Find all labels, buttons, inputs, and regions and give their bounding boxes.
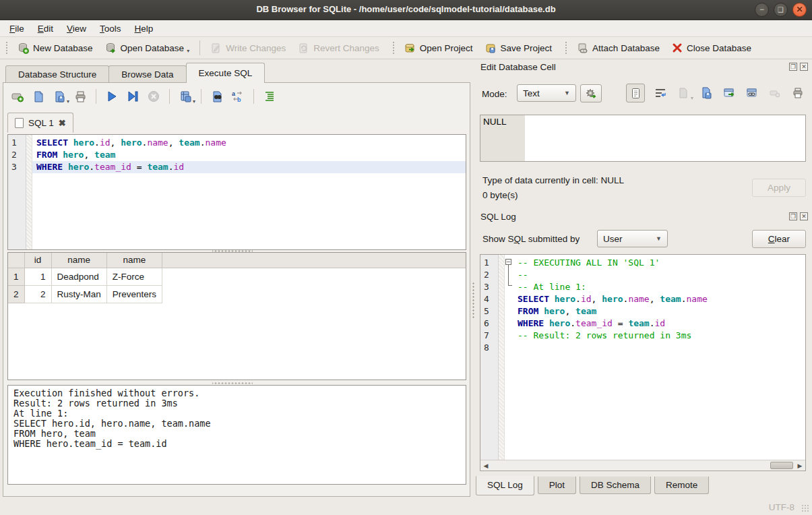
cell-id[interactable]: 1 bbox=[24, 268, 51, 285]
close-panel-icon[interactable]: ✕ bbox=[800, 63, 808, 71]
find-replace-icon[interactable]: ab bbox=[230, 89, 245, 104]
save-sql-dropdown-icon[interactable]: ▾ bbox=[67, 98, 69, 104]
format-sql-icon[interactable] bbox=[262, 89, 277, 104]
fold-collapse-icon[interactable]: – bbox=[505, 259, 511, 265]
log-code[interactable]: -- EXECUTING ALL IN 'SQL 1'---- At line … bbox=[513, 255, 805, 460]
link-icon[interactable] bbox=[745, 86, 759, 100]
word-wrap-icon[interactable] bbox=[653, 86, 668, 100]
table-row: 2 2 Rusty-Man Preventers bbox=[8, 285, 162, 303]
print-cell-icon[interactable] bbox=[790, 86, 805, 100]
sql-log-dock-icons: ❐ ✕ bbox=[789, 212, 808, 220]
cell-team-name[interactable]: Z-Force bbox=[106, 268, 162, 285]
cell-hero-name[interactable]: Deadpond bbox=[51, 268, 106, 285]
auto-switch-mode-button[interactable] bbox=[580, 84, 602, 102]
mode-select[interactable]: Text ▼ bbox=[517, 84, 576, 102]
sql-document-tab[interactable]: SQL 1 ✖ bbox=[7, 113, 73, 133]
log-horizontal-scrollbar[interactable]: ◀ ▶ bbox=[480, 460, 805, 471]
menu-help[interactable]: Help bbox=[128, 22, 160, 36]
log-line-numbers: 12345678 bbox=[480, 255, 499, 460]
pane-splitter-handle[interactable] bbox=[472, 282, 475, 320]
resize-grip-icon[interactable] bbox=[801, 504, 810, 513]
scroll-right-icon[interactable]: ▶ bbox=[794, 462, 805, 469]
export-cell-data-icon[interactable] bbox=[699, 86, 714, 100]
results-header-row: id name name bbox=[8, 253, 162, 268]
write-changes-button: Write Changes bbox=[204, 40, 292, 57]
cell-type-info: Type of data currently in cell: NULL bbox=[482, 175, 624, 185]
cell-id[interactable]: 2 bbox=[24, 285, 51, 303]
close-panel-icon[interactable]: ✕ bbox=[800, 212, 808, 220]
maximize-icon[interactable]: ❑ bbox=[774, 3, 788, 17]
open-external-icon[interactable] bbox=[722, 86, 737, 100]
log-filter-label: Show SQL submitted by bbox=[482, 234, 580, 244]
attach-database-icon bbox=[577, 42, 588, 54]
cell-value-editor[interactable]: NULL bbox=[480, 115, 806, 162]
float-panel-icon[interactable]: ❐ bbox=[789, 63, 797, 71]
left-pane: Database Structure Browse Data Execute S… bbox=[0, 59, 474, 499]
editor-margin bbox=[26, 135, 32, 249]
import-cell-data-icon: ▾ bbox=[676, 86, 691, 100]
find-icon[interactable] bbox=[210, 89, 224, 104]
row-number[interactable]: 2 bbox=[8, 285, 24, 303]
results-column-id[interactable]: id bbox=[24, 253, 51, 268]
svg-text:a: a bbox=[232, 90, 236, 97]
scrollbar-thumb[interactable] bbox=[770, 462, 793, 469]
table-row: 1 1 Deadpond Z-Force bbox=[8, 268, 162, 285]
editor-code[interactable]: SELECT hero.id, hero.name, team.nameFROM… bbox=[32, 135, 466, 249]
toolbar-grip[interactable] bbox=[5, 41, 9, 55]
save-project-button[interactable]: Save Project bbox=[479, 40, 559, 57]
execute-all-icon[interactable] bbox=[104, 89, 119, 104]
revert-changes-button: Revert Changes bbox=[292, 40, 385, 57]
sql-tab-label: SQL 1 bbox=[28, 118, 54, 128]
encoding-indicator[interactable]: UTF-8 bbox=[769, 502, 794, 512]
mode-label: Mode: bbox=[482, 89, 507, 99]
toolbar-separator bbox=[199, 40, 200, 55]
new-database-button[interactable]: New Database bbox=[11, 40, 99, 57]
print-sql-icon[interactable] bbox=[73, 89, 88, 104]
results-corner-cell bbox=[8, 253, 24, 268]
bottom-dock-tabs: SQL Log Plot DB Schema Remote bbox=[476, 477, 712, 495]
menu-file[interactable]: File bbox=[3, 22, 31, 36]
float-panel-icon[interactable]: ❐ bbox=[789, 212, 797, 220]
sql-toolbar-separator bbox=[253, 89, 254, 104]
sql-tab-close-icon[interactable]: ✖ bbox=[59, 118, 66, 128]
apply-button: Apply bbox=[752, 179, 806, 197]
save-sql-file-icon[interactable]: ▾ bbox=[52, 89, 67, 104]
tab-sql-log[interactable]: SQL Log bbox=[476, 476, 534, 495]
results-column-name2[interactable]: name bbox=[106, 253, 162, 268]
open-database-button[interactable]: Open Database ▾ bbox=[99, 40, 196, 57]
new-sql-tab-icon[interactable] bbox=[10, 89, 25, 104]
open-database-dropdown-icon[interactable]: ▾ bbox=[187, 48, 189, 54]
open-sql-file-icon[interactable] bbox=[31, 89, 46, 104]
toolbar-grip[interactable] bbox=[565, 41, 568, 55]
tab-plot[interactable]: Plot bbox=[538, 477, 576, 494]
save-results-icon[interactable]: ▾ bbox=[178, 89, 193, 104]
tab-browse-data[interactable]: Browse Data bbox=[108, 65, 186, 83]
cell-hero-name[interactable]: Rusty-Man bbox=[51, 285, 106, 303]
tab-database-structure[interactable]: Database Structure bbox=[5, 65, 109, 83]
execute-line-icon[interactable] bbox=[125, 89, 140, 104]
menu-tools[interactable]: Tools bbox=[93, 22, 128, 36]
open-project-button[interactable]: Open Project bbox=[398, 40, 479, 57]
close-icon[interactable]: ✕ bbox=[792, 3, 807, 17]
minimize-icon[interactable]: − bbox=[755, 3, 769, 17]
sql-editor[interactable]: 123 SELECT hero.id, hero.name, team.name… bbox=[7, 134, 466, 250]
row-number[interactable]: 1 bbox=[8, 268, 24, 285]
text-mode-icon[interactable] bbox=[626, 84, 645, 102]
close-database-button[interactable]: Close Database bbox=[666, 40, 757, 56]
tab-db-schema[interactable]: DB Schema bbox=[580, 477, 651, 494]
log-filter-select[interactable]: User ▼ bbox=[597, 230, 668, 247]
execute-sql-panel: ▾ ▾ bbox=[3, 82, 470, 497]
cell-team-name[interactable]: Preventers bbox=[106, 285, 162, 303]
tab-execute-sql[interactable]: Execute SQL bbox=[186, 63, 266, 83]
save-results-dropdown-icon[interactable]: ▾ bbox=[193, 98, 195, 104]
right-pane: Edit Database Cell ❐ ✕ Mode: Text ▼ ▾ bbox=[474, 59, 812, 499]
attach-database-button[interactable]: Attach Database bbox=[571, 40, 666, 57]
results-column-name1[interactable]: name bbox=[51, 253, 106, 268]
clear-log-button[interactable]: Clear bbox=[752, 230, 806, 248]
toolbar-grip[interactable] bbox=[392, 41, 396, 55]
scroll-left-icon[interactable]: ◀ bbox=[480, 462, 491, 469]
menu-view[interactable]: View bbox=[60, 22, 93, 36]
menu-edit[interactable]: Edit bbox=[31, 22, 60, 36]
set-null-icon bbox=[768, 86, 782, 100]
tab-remote[interactable]: Remote bbox=[654, 477, 709, 494]
